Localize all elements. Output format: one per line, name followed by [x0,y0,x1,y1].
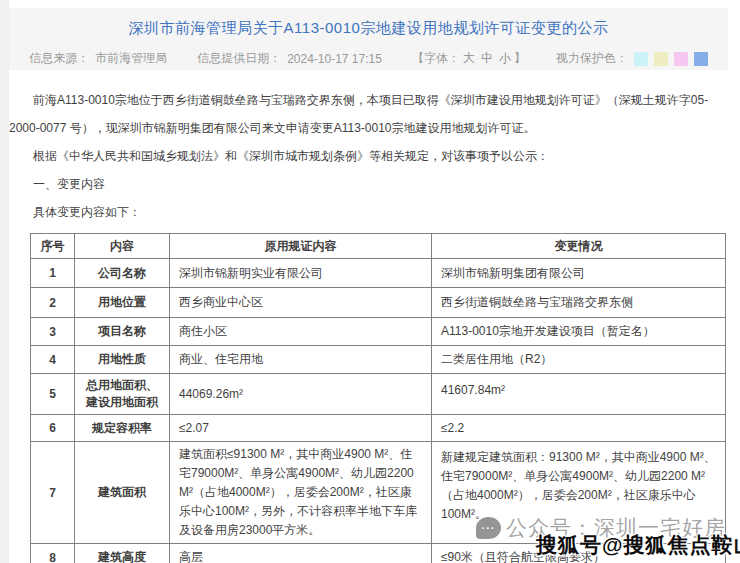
font-size-medium-button[interactable]: 中 [481,51,493,65]
cell-no: 4 [31,346,75,374]
cell-original: 商业、住宅用地 [170,346,432,374]
cell-item: 公司名称 [75,259,170,288]
cell-original: 高层 [170,544,432,563]
header-cell-original: 原用规证内容 [170,234,432,259]
table-row: 6 规定容积率 ≤2.07 ≤2.2 [31,415,726,442]
cell-change: 41607.84m² [432,374,726,415]
cell-change: 新建规定建筑面积：91300 M²，其中商业4900 M²、住宅79000M²、… [432,442,726,544]
cell-item: 项目名称 [75,318,170,346]
cell-original: 44069.26m² [170,374,432,415]
paragraph-basis: 根据《中华人民共和国城乡规划法》和《深圳市城市规划条例》等相关规定，对该事项予以… [9,142,728,170]
table-row: 1 公司名称 深圳市锦新明实业有限公司 深圳市锦新明集团有限公司 [31,259,726,288]
cell-item: 建筑面积 [75,442,170,544]
header-cell-item: 内容 [75,234,170,259]
cell-change: 二类居住用地（R2） [432,346,726,374]
table-header-row: 序号 内容 原用规证内容 变更情况 [31,234,726,259]
section-heading: 一、变更内容 [9,170,728,198]
cell-original: 西乡商业中心区 [170,288,432,318]
cell-original: ≤2.07 [170,415,432,442]
page-left-margin-strip [0,0,9,563]
table-intro: 具体变更内容如下： [9,198,728,226]
cell-item: 用地性质 [75,346,170,374]
table-row: 8 建筑高度 高层 ≤90米（且符合航空限高要求） [31,544,726,563]
cell-original: 深圳市锦新明实业有限公司 [170,259,432,288]
cell-no: 5 [31,374,75,415]
cell-change: A113-0010宗地开发建设项目（暂定名） [432,318,726,346]
info-source-value: 市前海管理局 [95,50,167,67]
header-cell-no: 序号 [31,234,75,259]
cell-change: ≤90米（且符合航空限高要求） [432,544,726,563]
table-row: 3 项目名称 商住小区 A113-0010宗地开发建设项目（暂定名） [31,318,726,346]
info-date-label: 信息提供日期： [197,50,281,67]
font-size-small-button[interactable]: 小 [499,51,511,65]
cell-no: 7 [31,442,75,544]
eye-color-swatch-blue[interactable] [694,52,708,66]
table-row: 5 总用地面积、建设用地面积 44069.26m² 41607.84m² [31,374,726,415]
font-size-large-button[interactable]: 大 [463,51,475,65]
header-cell-change: 变更情况 [432,234,726,259]
cell-no: 6 [31,415,75,442]
cell-no: 3 [31,318,75,346]
article-info-bar: 信息来源：市前海管理局 信息提供日期：2024-10-17 17:15 【字体：… [9,50,728,67]
table-row: 7 建筑面积 建筑面积≤91300 M²，其中商业4900 M²、住宅79000… [31,442,726,544]
cell-no: 2 [31,288,75,318]
cell-original: 商住小区 [170,318,432,346]
eye-color-swatch-pink[interactable] [674,52,688,66]
cell-change: 西乡街道铜鼓垒路与宝瑞路交界东侧 [432,288,726,318]
font-size-control: 【字体：大中小】 [412,50,526,67]
eye-protection-label: 视力保护色： [556,50,628,67]
article-body: 前海A113-0010宗地位于西乡街道铜鼓垒路与宝瑞路交界东侧，本项目已取得《深… [9,70,728,563]
cell-item: 规定容积率 [75,415,170,442]
eye-protection-control: 视力保护色： [556,50,708,67]
cell-original: 建筑面积≤91300 M²，其中商业4900 M²、住宅79000M²、单身公寓… [170,442,432,544]
font-size-label-open: 【字体： [412,51,460,65]
font-size-label-close: 】 [514,51,526,65]
cell-item: 总用地面积、建设用地面积 [75,374,170,415]
cell-change: 深圳市锦新明集团有限公司 [432,259,726,288]
eye-color-swatch-cyan[interactable] [634,52,648,66]
paragraph-intro: 前海A113-0010宗地位于西乡街道铜鼓垒路与宝瑞路交界东侧，本项目已取得《深… [9,86,728,142]
table-row: 4 用地性质 商业、住宅用地 二类居住用地（R2） [31,346,726,374]
info-date-value: 2024-10-17 17:15 [287,52,382,66]
announcement-page: 深圳市前海管理局关于A113-0010宗地建设用地规划许可证变更的公示 信息来源… [0,0,740,563]
cell-no: 1 [31,259,75,288]
cell-item: 建筑高度 [75,544,170,563]
table-row: 2 用地位置 西乡商业中心区 西乡街道铜鼓垒路与宝瑞路交界东侧 [31,288,726,318]
info-source-label: 信息来源： [29,50,89,67]
cell-no: 8 [31,544,75,563]
cell-change: ≤2.2 [432,415,726,442]
change-details-table: 序号 内容 原用规证内容 变更情况 1 公司名称 深圳市锦新明实业有限公司 深圳… [30,233,726,563]
article-header: 深圳市前海管理局关于A113-0010宗地建设用地规划许可证变更的公示 信息来源… [9,8,728,70]
eye-color-swatch-yellow[interactable] [654,52,668,66]
cell-item: 用地位置 [75,288,170,318]
page-title: 深圳市前海管理局关于A113-0010宗地建设用地规划许可证变更的公示 [9,8,728,38]
